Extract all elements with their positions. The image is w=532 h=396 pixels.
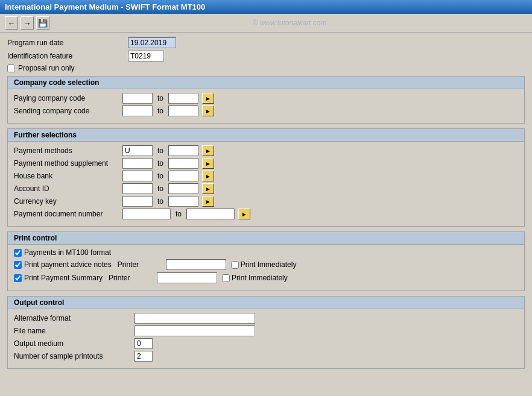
payment-methods-from[interactable] xyxy=(122,145,153,156)
forward-icon[interactable]: → xyxy=(21,16,34,30)
payment-method-supplement-arrow[interactable]: ► xyxy=(202,158,214,169)
payments-mt100-checkbox[interactable] xyxy=(14,249,22,257)
house-bank-from[interactable] xyxy=(122,171,153,181)
print-control-header: Print control xyxy=(8,232,524,245)
print-immediately-2-checkbox[interactable] xyxy=(222,274,230,282)
company-code-header: Company code selection xyxy=(8,77,524,89)
printer-input-1[interactable] xyxy=(166,259,226,270)
identification-feature-input[interactable] xyxy=(128,51,164,61)
save-icon[interactable]: 💾 xyxy=(36,16,49,30)
paying-company-from[interactable] xyxy=(122,93,153,104)
payment-method-supplement-label: Payment method supplement xyxy=(14,159,122,168)
payment-document-number-to[interactable] xyxy=(186,209,235,219)
payment-methods-arrow[interactable]: ► xyxy=(202,145,214,156)
output-medium-label: Output medium xyxy=(14,339,135,348)
printer-label-1: Printer xyxy=(118,260,166,269)
watermark: © www.tutorialkart.com xyxy=(52,17,527,28)
printer-label-2: Printer xyxy=(109,274,157,282)
alternative-format-label: Alternative format xyxy=(14,314,135,322)
output-control-section: Output control Alternative format File n… xyxy=(7,296,525,369)
file-name-input[interactable] xyxy=(135,325,255,336)
account-id-label: Account ID xyxy=(14,184,122,193)
sending-company-arrow[interactable]: ► xyxy=(202,105,214,116)
currency-key-arrow[interactable]: ► xyxy=(202,196,214,207)
paying-company-arrow[interactable]: ► xyxy=(202,93,214,104)
proposal-run-only-label: Proposal run only xyxy=(18,64,74,72)
payment-document-number-label: Payment document number xyxy=(14,210,122,218)
program-run-date-label: Program run date xyxy=(7,39,128,47)
sending-company-to[interactable] xyxy=(168,105,198,116)
sample-printouts-label: Number of sample printouts xyxy=(14,352,135,360)
currency-key-to[interactable] xyxy=(168,196,198,207)
company-code-section: Company code selection Paying company co… xyxy=(7,76,525,124)
sending-company-label: Sending company code xyxy=(14,107,122,115)
print-immediately-2-label: Print Immediately xyxy=(232,274,288,282)
back-icon[interactable]: ← xyxy=(5,16,18,30)
account-id-to[interactable] xyxy=(168,183,198,194)
print-advice-label: Print payment advice notes xyxy=(24,260,112,269)
payment-method-supplement-from[interactable] xyxy=(122,158,153,169)
paying-company-label: Paying company code xyxy=(14,94,122,102)
payment-method-supplement-to[interactable] xyxy=(168,158,198,169)
account-id-from[interactable] xyxy=(122,183,153,194)
print-summary-label: Print Payment Summary xyxy=(24,274,103,282)
printer-input-2[interactable] xyxy=(157,272,217,283)
toolbar: ← → 💾 © www.tutorialkart.com xyxy=(0,14,532,33)
sample-printouts-input[interactable] xyxy=(135,351,153,362)
identification-feature-label: Identification feature xyxy=(7,52,128,60)
currency-key-label: Currency key xyxy=(14,197,122,206)
payments-mt100-label: Payments in MT100 format xyxy=(24,248,111,257)
output-medium-input[interactable] xyxy=(135,338,153,349)
window-title: International Payment Medium - SWIFT For… xyxy=(5,2,205,11)
print-immediately-1-label: Print Immediately xyxy=(241,260,297,269)
program-run-date-input[interactable] xyxy=(128,37,176,48)
house-bank-label: House bank xyxy=(14,172,122,180)
paying-company-to[interactable] xyxy=(168,93,198,104)
print-control-section: Print control Payments in MT100 format P… xyxy=(7,231,525,291)
proposal-run-only-checkbox[interactable] xyxy=(7,64,15,72)
currency-key-from[interactable] xyxy=(122,196,153,207)
print-summary-checkbox[interactable] xyxy=(14,274,22,282)
house-bank-to[interactable] xyxy=(168,171,198,181)
account-id-arrow[interactable]: ► xyxy=(202,183,214,194)
further-selections-section: Further selections Payment methods to ► … xyxy=(7,128,525,227)
further-selections-header: Further selections xyxy=(8,129,524,142)
house-bank-arrow[interactable]: ► xyxy=(202,171,214,181)
payment-document-number-arrow[interactable]: ► xyxy=(238,209,250,219)
payment-document-number-from[interactable] xyxy=(122,209,171,219)
file-name-label: File name xyxy=(14,327,135,335)
alternative-format-input[interactable] xyxy=(135,313,255,324)
output-control-header: Output control xyxy=(8,297,524,309)
sending-company-from[interactable] xyxy=(122,105,153,116)
print-immediately-1-checkbox[interactable] xyxy=(231,261,239,269)
payment-methods-label: Payment methods xyxy=(14,146,122,155)
title-bar: International Payment Medium - SWIFT For… xyxy=(0,0,532,14)
print-advice-checkbox[interactable] xyxy=(14,261,22,269)
payment-methods-to[interactable] xyxy=(168,145,198,156)
